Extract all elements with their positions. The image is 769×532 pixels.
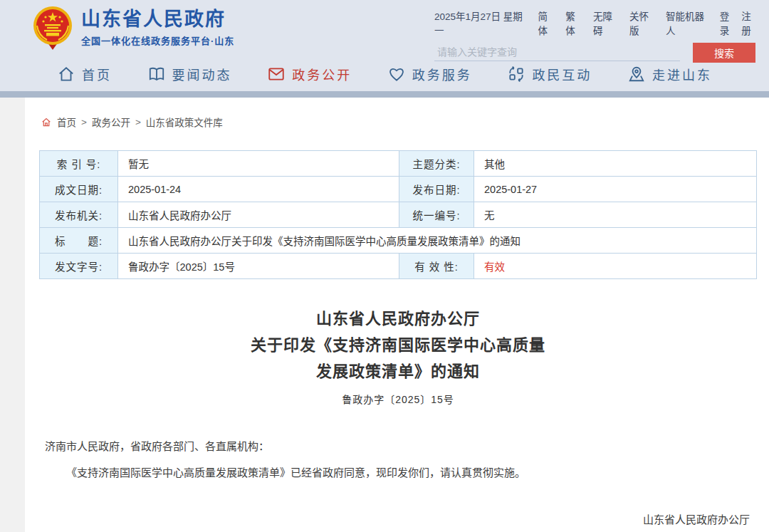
meta-value-doc-number: 鲁政办字〔2025〕15号 [118, 254, 399, 279]
document-meta-table: 索 引 号: 暂无 主题分类: 其他 成文日期: 2025-01-24 发布日期… [39, 150, 757, 279]
table-row: 索 引 号: 暂无 主题分类: 其他 [40, 151, 757, 177]
link-simplified[interactable]: 简体 [538, 9, 556, 37]
document-body: 济南市人民政府，省政府各部门、各直属机构： 《支持济南国际医学中心高质量发展政策… [39, 439, 757, 480]
breadcrumb-policy-library[interactable]: 山东省政策文件库 [146, 115, 223, 129]
meta-label-unified-number: 统一编号: [399, 202, 474, 228]
heart-icon [387, 65, 406, 83]
table-row: 标 题: 山东省人民政府办公厅关于印发《支持济南国际医学中心高质量发展政策清单》… [40, 228, 757, 254]
national-emblem-icon [30, 4, 75, 51]
nav-label: 走进山东 [652, 65, 712, 83]
nav-item-news[interactable]: 要闻动态 [147, 65, 232, 83]
meta-label-topic-category: 主题分类: [399, 151, 474, 177]
site-brand[interactable]: 山东省人民政府 全国一体化在线政务服务平台·山东 [30, 4, 234, 51]
document-signer: 山东省人民政府办公厅 [39, 511, 750, 526]
nav-item-interaction[interactable]: 政民互动 [507, 65, 592, 83]
nav-item-gov-disclosure[interactable]: 政务公开 [267, 65, 352, 83]
meta-label-issuing-agency: 发布机关: [40, 202, 118, 228]
link-login[interactable]: 登录 [720, 9, 738, 37]
link-traditional[interactable]: 繁体 [565, 9, 583, 37]
nav-label: 政务服务 [412, 65, 472, 83]
document-title-line: 山东省人民政府办公厅 [39, 306, 757, 332]
content-card: 首页 > 政务公开 > 山东省政策文件库 索 引 号: 暂无 主题分类: 其他 … [25, 98, 769, 532]
breadcrumb: 首页 > 政务公开 > 山东省政策文件库 [39, 115, 757, 129]
current-date: 2025年1月27日 星期一 [434, 9, 524, 37]
nav-item-home[interactable]: 首页 [57, 65, 112, 83]
link-smart-robot[interactable]: 智能机器人 [666, 9, 710, 37]
map-pin-icon [627, 65, 646, 83]
chat-arrows-icon [507, 65, 525, 83]
breadcrumb-separator: > [135, 117, 141, 127]
meta-value-unified-number: 无 [474, 202, 757, 228]
meta-label-publish-date: 发布日期: [399, 177, 474, 202]
search-bar: 搜索 [434, 43, 769, 61]
meta-label-written-date: 成文日期: [40, 177, 118, 202]
document-paragraph: 《支持济南国际医学中心高质量发展政策清单》已经省政府同意，现印发你们，请认真贯彻… [45, 466, 751, 480]
meta-value-written-date: 2025-01-24 [118, 177, 399, 202]
link-register[interactable]: 注册 [741, 9, 759, 37]
nav-label: 政务公开 [292, 65, 352, 83]
nav-item-about-shandong[interactable]: 走进山东 [627, 65, 712, 83]
nav-label: 首页 [82, 65, 112, 83]
nav-label: 政民互动 [532, 65, 592, 83]
site-header: 山东省人民政府 全国一体化在线政务服务平台·山东 2025年1月27日 星期一 … [0, 0, 769, 57]
meta-label-title: 标 题: [40, 228, 118, 254]
meta-label-validity: 有 效 性: [399, 254, 474, 279]
meta-value-publish-date: 2025-01-27 [474, 177, 757, 202]
search-button[interactable]: 搜索 [693, 43, 755, 63]
meta-value-index-no: 暂无 [118, 151, 399, 177]
breadcrumb-home[interactable]: 首页 [57, 115, 76, 129]
table-row: 成文日期: 2025-01-24 发布日期: 2025-01-27 [40, 177, 757, 202]
breadcrumb-home-icon [41, 117, 52, 127]
home-icon [57, 65, 75, 83]
topbar: 2025年1月27日 星期一 简体 繁体 无障碍 关怀版 智能机器人 登录 注册 [434, 0, 769, 37]
document-number: 鲁政办字〔2025〕15号 [39, 392, 757, 406]
site-subtitle: 全国一体化在线政务服务平台·山东 [81, 33, 234, 47]
site-title: 山东省人民政府 [81, 9, 234, 30]
mail-icon [267, 65, 286, 83]
table-row: 发布机关: 山东省人民政府办公厅 统一编号: 无 [40, 202, 757, 228]
breadcrumb-separator: > [81, 117, 87, 127]
table-row: 发文字号: 鲁政办字〔2025〕15号 有 效 性: 有效 [40, 254, 757, 279]
meta-label-index-no: 索 引 号: [40, 151, 118, 177]
meta-label-doc-number: 发文字号: [40, 254, 118, 279]
link-accessibility[interactable]: 无障碍 [593, 9, 619, 37]
document-salutation: 济南市人民政府，省政府各部门、各直属机构： [45, 439, 751, 454]
book-icon [147, 65, 166, 83]
breadcrumb-gov-disclosure[interactable]: 政务公开 [92, 115, 130, 129]
document-signature: 山东省人民政府办公厅 2025年1月24日 [39, 511, 757, 532]
meta-value-issuing-agency: 山东省人民政府办公厅 [118, 202, 399, 228]
nav-item-gov-services[interactable]: 政务服务 [387, 65, 472, 83]
meta-value-validity: 有效 [474, 254, 757, 279]
document-title-line: 关于印发《支持济南国际医学中心高质量 [39, 332, 757, 358]
meta-value-topic-category: 其他 [474, 151, 757, 177]
nav-bottom-strip [0, 91, 769, 98]
main-nav: 首页 要闻动态 政务公开 政务服务 政民互动 [0, 57, 769, 91]
meta-value-title: 山东省人民政府办公厅关于印发《支持济南国际医学中心高质量发展政策清单》的通知 [118, 228, 757, 254]
link-care-version[interactable]: 关怀版 [629, 9, 656, 37]
nav-label: 要闻动态 [172, 65, 232, 83]
document-title: 山东省人民政府办公厅 关于印发《支持济南国际医学中心高质量 发展政策清单》的通知 [39, 306, 757, 385]
search-input[interactable] [434, 43, 680, 61]
document-title-line: 发展政策清单》的通知 [39, 358, 757, 385]
